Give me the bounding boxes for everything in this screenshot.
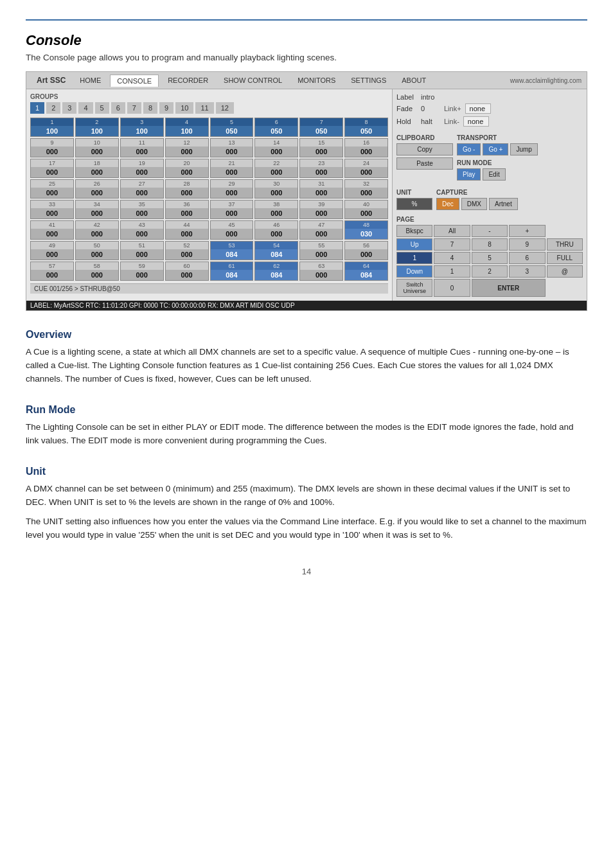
cue-cell-19[interactable]: 19000 [120,159,164,178]
cue-cell-51[interactable]: 51000 [120,241,164,260]
pgbtn-1-2[interactable]: 8 [472,238,508,251]
cue-cell-59[interactable]: 59000 [120,261,164,281]
group-btn-7[interactable]: 7 [127,102,141,114]
pgbtn-2-1[interactable]: 4 [434,252,470,264]
cue-cell-45[interactable]: 45000 [210,220,254,240]
cue-cell-29[interactable]: 29000 [210,179,254,199]
cue-cell-38[interactable]: 38000 [254,200,298,219]
cue-cell-46[interactable]: 46000 [254,220,298,240]
cue-cell-35[interactable]: 35000 [120,200,164,219]
group-btn-6[interactable]: 6 [111,102,125,114]
cue-cell-7[interactable]: 7050 [299,118,343,137]
group-btn-4[interactable]: 4 [78,102,93,114]
cue-cell-53[interactable]: 53084 [210,241,254,260]
cue-cell-15[interactable]: 15000 [299,138,343,157]
cue-cell-9[interactable]: 9000 [30,138,74,157]
pgbtn-2-4[interactable]: FULL [547,252,583,264]
cue-cell-33[interactable]: 33000 [30,200,74,219]
pgbtn-2-2[interactable]: 5 [472,252,508,264]
cue-cell-50[interactable]: 50000 [75,241,119,260]
cue-cell-12[interactable]: 12000 [165,138,209,157]
group-btn-2[interactable]: 2 [46,102,60,114]
cue-cell-2[interactable]: 2100 [75,118,119,137]
pgbtn-2-3[interactable]: 6 [509,252,545,264]
cue-cell-56[interactable]: 56000 [344,241,388,260]
nav-item-about[interactable]: ABOUT [395,75,432,86]
nav-item-recorder[interactable]: RECORDER [161,75,215,86]
cue-cell-49[interactable]: 49000 [30,241,74,260]
enter-button[interactable]: ENTER [472,279,546,297]
cue-cell-5[interactable]: 5050 [210,118,254,137]
cue-cell-13[interactable]: 13000 [210,138,254,157]
percent-button[interactable]: % [396,198,432,210]
cue-cell-57[interactable]: 57000 [30,261,74,281]
nav-item-console[interactable]: CONSOLE [110,75,159,87]
artnet-button[interactable]: Artnet [489,198,518,210]
cue-cell-61[interactable]: 61084 [210,261,254,281]
cue-cell-60[interactable]: 60000 [165,261,209,281]
cue-cell-16[interactable]: 16000 [344,138,388,157]
cue-cell-31[interactable]: 31000 [299,179,343,199]
cue-cell-63[interactable]: 63000 [299,261,343,281]
cue-cell-44[interactable]: 44000 [165,220,209,240]
cue-cell-23[interactable]: 23000 [299,159,343,178]
cue-cell-54[interactable]: 54084 [254,241,298,260]
cue-cell-58[interactable]: 58000 [75,261,119,281]
pgbtn-1-1[interactable]: 7 [434,238,470,251]
group-btn-11[interactable]: 11 [195,102,213,114]
cue-cell-11[interactable]: 11000 [120,138,164,157]
cue-cell-1[interactable]: 1100 [30,118,74,137]
nav-item-monitors[interactable]: MONITORS [291,75,342,86]
go-minus-button[interactable]: Go - [457,143,481,155]
cue-cell-47[interactable]: 47000 [299,220,343,240]
pgbtn-0-0[interactable]: Bkspc [396,225,432,237]
cue-cell-43[interactable]: 43000 [120,220,164,240]
cue-cell-20[interactable]: 20000 [165,159,209,178]
cue-cell-10[interactable]: 10000 [75,138,119,157]
paste-button[interactable]: Paste [396,157,453,170]
cue-cell-64[interactable]: 64084 [344,261,388,281]
pgbtn-3-0[interactable]: Down [396,265,432,278]
cue-cell-41[interactable]: 41000 [30,220,74,240]
pgbtn-0-2[interactable]: - [472,225,508,237]
pgbtn-4-1[interactable]: 0 [434,279,470,297]
cue-cell-40[interactable]: 40000 [344,200,388,219]
cue-cell-24[interactable]: 24000 [344,159,388,178]
pgbtn-3-4[interactable]: @ [547,265,583,278]
pgbtn-3-1[interactable]: 1 [434,265,470,278]
copy-button[interactable]: Copy [396,143,453,155]
dec-button[interactable]: Dec [436,198,459,210]
pgbtn-1-4[interactable]: THRU [547,238,583,251]
cue-cell-22[interactable]: 22000 [254,159,298,178]
cue-cell-17[interactable]: 17000 [30,159,74,178]
pgbtn-0-1[interactable]: All [434,225,470,237]
cue-cell-55[interactable]: 55000 [299,241,343,260]
jump-button[interactable]: Jump [510,143,537,155]
cue-cell-36[interactable]: 36000 [165,200,209,219]
cue-cell-3[interactable]: 3100 [120,118,164,137]
group-btn-8[interactable]: 8 [143,102,157,114]
cue-cell-30[interactable]: 30000 [254,179,298,199]
pgbtn-0-3[interactable]: + [509,225,545,237]
cue-cell-52[interactable]: 52000 [165,241,209,260]
group-btn-10[interactable]: 10 [175,102,193,114]
group-btn-9[interactable]: 9 [159,102,173,114]
cue-cell-27[interactable]: 27000 [120,179,164,199]
pgbtn-1-3[interactable]: 9 [509,238,545,251]
edit-button[interactable]: Edit [483,168,505,181]
group-btn-12[interactable]: 12 [216,102,234,114]
cue-cell-62[interactable]: 62084 [254,261,298,281]
cue-cell-14[interactable]: 14000 [254,138,298,157]
nav-item-home[interactable]: HOME [73,75,107,86]
dmx-button[interactable]: DMX [461,198,487,210]
pgbtn-3-2[interactable]: 2 [472,265,508,278]
cue-cell-32[interactable]: 32000 [344,179,388,199]
cue-cell-42[interactable]: 42000 [75,220,119,240]
pgbtn-3-3[interactable]: 3 [509,265,545,278]
go-plus-button[interactable]: Go + [483,143,508,155]
nav-item-show-control[interactable]: SHOW CONTROL [217,75,289,86]
cue-cell-39[interactable]: 39000 [299,200,343,219]
cue-cell-6[interactable]: 6050 [254,118,298,137]
pgbtn-4-0[interactable]: Switch Universe [396,279,432,297]
nav-item-settings[interactable]: SETTINGS [344,75,393,86]
